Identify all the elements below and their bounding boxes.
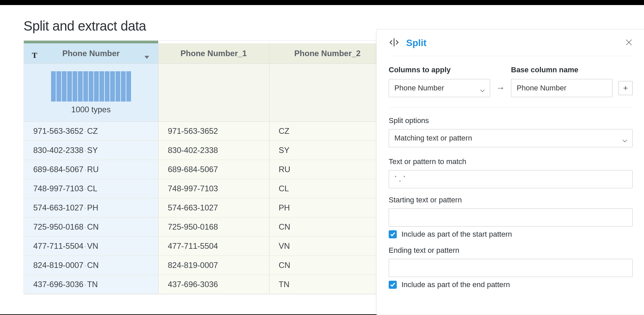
include-end-checkbox[interactable] (389, 281, 397, 289)
cell-phone-raw: 725-950-0168·CN (24, 218, 158, 237)
histogram (24, 71, 158, 102)
table-row[interactable]: 725-950-0168·CN725-950-0168CN (24, 218, 386, 237)
cell-phone-raw: 971-563-3652·CZ (24, 122, 158, 141)
cell-phone-raw: 477-711-5504·VN (24, 237, 158, 256)
cell-phone-raw: 824-819-0007·CN (24, 256, 158, 275)
cell-phone-2: CZ (269, 122, 386, 141)
include-end-label: Include as part of the end pattern (401, 280, 510, 289)
cell-phone-raw: 689-684-5067·RU (24, 160, 158, 179)
column-header-label: Phone Number_2 (276, 49, 379, 58)
cell-phone-raw: 437-696-3036·TN (24, 275, 158, 294)
split-options-select[interactable]: Matching text or pattern (389, 129, 633, 147)
cell-phone-raw: 830-402-2338·SY (24, 141, 158, 160)
split-options-label: Split options (389, 116, 633, 125)
cell-phone-2: SY (269, 141, 386, 160)
table-row[interactable]: 824-819-0007·CN824-819-0007CN (24, 256, 386, 275)
chevron-down-icon[interactable] (143, 52, 150, 62)
table-row[interactable]: 574-663-1027·PH574-663-1027PH (24, 198, 386, 218)
cell-phone-raw: 748-997-7103·CL (24, 179, 158, 198)
cell-phone-2: CL (269, 179, 386, 198)
cell-phone-2: TN (269, 275, 386, 294)
cell-phone-1: 689-684-5067 (158, 160, 269, 179)
include-start-label: Include as part of the start pattern (401, 230, 512, 239)
column-quality-bar (24, 41, 158, 43)
panel-title: Split (406, 38, 427, 48)
include-start-checkbox[interactable] (389, 230, 397, 238)
columns-to-apply-select[interactable]: Phone Number (389, 79, 490, 97)
cell-phone-1: 830-402-2338 (158, 141, 269, 160)
cell-phone-1: 824-819-0007 (158, 256, 269, 275)
column-profile-row: 1000 types (24, 64, 386, 122)
data-table: TPhone NumberPhone Number_1Phone Number_… (24, 40, 386, 294)
cell-phone-1: 748-997-7103 (158, 179, 269, 198)
end-pattern-input[interactable] (389, 259, 633, 277)
start-pattern-label: Starting text or pattern (389, 196, 633, 204)
table-row[interactable]: 689-684-5067·RU689-684-5067RU (24, 160, 386, 179)
types-count-label: 1000 types (24, 105, 158, 114)
cell-phone-raw: 574-663-1027·PH (24, 198, 158, 218)
table-row[interactable]: 437-696-3036·TN437-696-3036TN (24, 275, 386, 294)
column-header[interactable]: TPhone Number (24, 43, 158, 64)
pattern-label: Text or pattern to match (389, 157, 633, 166)
columns-to-apply-label: Columns to apply (389, 66, 490, 74)
cell-phone-1: 477-711-5504 (158, 237, 269, 256)
close-button[interactable] (625, 39, 633, 47)
chevron-down-icon (480, 86, 485, 95)
arrow-right-icon: → (496, 83, 505, 97)
table-row[interactable]: 971-563-3652·CZ971-563-3652CZ (24, 122, 386, 141)
type-icon: T (32, 51, 37, 60)
table-row[interactable]: 748-997-7103·CL748-997-7103CL (24, 179, 386, 198)
end-pattern-label: Ending text or pattern (389, 246, 633, 255)
cell-phone-1: 437-696-3036 (158, 275, 269, 294)
split-panel: Split Columns to apply Phone Number → Ba… (376, 29, 644, 315)
table-row[interactable]: 477-711-5504·VN477-711-5504VN (24, 237, 386, 256)
cell-phone-2: CN (269, 256, 386, 275)
cell-phone-2: RU (269, 160, 386, 179)
pattern-input[interactable] (389, 170, 633, 188)
split-options-value: Matching text or pattern (394, 134, 472, 143)
column-header-label: Phone Number_1 (165, 49, 262, 58)
cell-phone-2: CN (269, 218, 386, 237)
split-icon (389, 38, 399, 48)
cell-phone-1: 574-663-1027 (158, 198, 269, 218)
svg-marker-0 (144, 56, 149, 59)
table-row[interactable]: 830-402-2338·SY830-402-2338SY (24, 141, 386, 160)
chevron-down-icon (622, 136, 628, 145)
base-column-input[interactable] (511, 79, 612, 97)
columns-to-apply-value: Phone Number (394, 84, 444, 92)
column-header-label: Phone Number (31, 49, 152, 58)
column-header[interactable]: Phone Number_2 (269, 43, 386, 64)
start-pattern-input[interactable] (389, 208, 633, 227)
column-header[interactable]: Phone Number_1 (158, 43, 269, 64)
cell-phone-2: VN (269, 237, 386, 256)
add-button[interactable]: + (618, 81, 633, 95)
cell-phone-1: 971-563-3652 (158, 122, 269, 141)
cell-phone-1: 725-950-0168 (158, 218, 269, 237)
cell-phone-2: PH (269, 198, 386, 218)
base-column-label: Base column name (511, 66, 612, 74)
